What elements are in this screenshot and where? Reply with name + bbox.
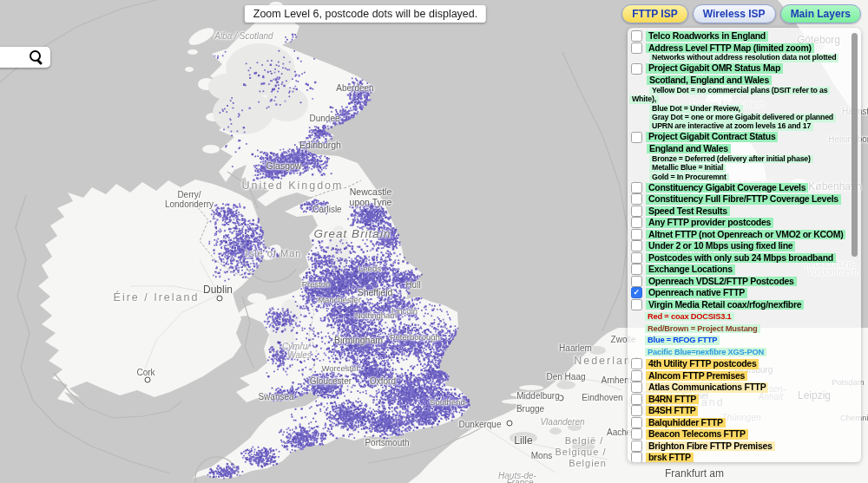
layer-row: Virgin Media Retail coax/rfog/nexfibre (628, 299, 861, 311)
layer-checkbox[interactable] (631, 276, 642, 287)
layer-checkbox[interactable] (631, 193, 642, 205)
legend-note: Pacific Blue=nexfibre XGS-PON (645, 348, 766, 356)
layer-row: Atlas Communications FTTP (628, 382, 861, 394)
layer-checkbox[interactable] (631, 370, 642, 382)
layer-label[interactable]: B4RN FTTP (646, 395, 699, 405)
city-marker (217, 296, 223, 302)
legend-note: Yellow Dot = no commercial plans (DSIT r… (649, 87, 830, 95)
layer-label[interactable]: Beacon Telecoms FTTP (646, 429, 748, 440)
layer-row: Constituency Gigabit Coverage Levels (628, 182, 861, 194)
layer-label[interactable]: Balquhidder FTTP (646, 418, 726, 428)
layer-label[interactable]: Speed Test Results (646, 206, 730, 217)
layer-label-line2[interactable]: England and Wales (647, 144, 731, 154)
search-box[interactable] (0, 47, 50, 68)
zoom-banner: Zoom Level 6, postcode dots will be disp… (245, 5, 486, 23)
legend-note: Red/Brown = Project Mustang (645, 324, 760, 333)
layer-checkbox[interactable] (631, 417, 642, 428)
layer-checkbox[interactable] (631, 229, 642, 240)
legend-note: Bronze = Deferred (delivery after initia… (649, 155, 813, 164)
layer-checkbox[interactable] (631, 206, 642, 217)
layer-label[interactable]: Brighton Fibre FTTP Premises (646, 441, 775, 452)
toolbar-button-wireless-isp[interactable]: Wireless ISP (693, 4, 776, 23)
legend-note: Red = coax DOCSIS3.1 (645, 312, 734, 321)
legend-note-row: Pacific Blue=nexfibre XGS-PON (628, 346, 861, 358)
layer-label[interactable]: B4SH FTTP (646, 406, 698, 416)
layer-label[interactable]: Under 2 or 10 Mbps using fixed line (646, 241, 795, 251)
layer-checkbox[interactable] (631, 30, 642, 42)
layer-label[interactable]: Openreach VDSL2/FTTP Postcodes (646, 277, 797, 287)
layer-checkbox[interactable] (631, 63, 642, 75)
legend-note-row: Blue Dot = Under Review, (628, 104, 861, 113)
layer-checkbox-checked[interactable] (631, 287, 642, 298)
layer-checkbox[interactable] (631, 441, 642, 452)
legend-note: Gray Dot = one or more Gigabit delivered… (649, 114, 836, 122)
toolbar-button-main-layers[interactable]: Main Layers (780, 4, 861, 23)
legend-note-row: Gold = In Procuremnt (628, 173, 861, 181)
layer-label[interactable]: Project Gigabit Contract Status (646, 132, 778, 142)
layer-row: B4RN FTTP (628, 394, 861, 406)
legend-note-row: Blue = RFOG FTTP (628, 335, 861, 347)
layer-row: Any FTTP provider postcodes (628, 217, 861, 229)
toolbar-button-fttp-isp[interactable]: FTTP ISP (621, 4, 687, 23)
layer-label[interactable]: Any FTTP provider postcodes (646, 218, 773, 228)
city-marker (558, 395, 564, 401)
layer-row: Constituency Full Fibre/FTTP Coverage Le… (628, 193, 861, 206)
layer-label[interactable]: Telco Roadworks in England (646, 31, 768, 42)
layer-checkbox[interactable] (631, 132, 642, 143)
layer-checkbox[interactable] (631, 42, 642, 54)
panel-scrollbar[interactable] (852, 33, 858, 257)
layer-group-toolbar: FTTP ISPWireless ISPMain Layers (621, 4, 861, 23)
layer-checkbox[interactable] (631, 217, 642, 228)
legend-note: White), (629, 95, 659, 104)
layer-row: Exchange Locations (628, 264, 861, 276)
layer-checkbox[interactable] (631, 394, 642, 405)
layer-label[interactable]: Constituency Gigabit Coverage Levels (646, 183, 808, 193)
layer-label[interactable]: Constituency Full Fibre/FTTP Coverage Le… (646, 194, 841, 205)
legend-note-row: White), (628, 95, 861, 104)
layer-checkbox[interactable] (631, 452, 642, 462)
legend-note: UPRN are interactive at zoom levels 16 a… (649, 122, 813, 131)
layer-checkbox[interactable] (631, 382, 642, 393)
layer-row: Address Level FTTP Map (limited zoom) (628, 42, 861, 55)
legend-note-row: Metallic Blue = Initial (628, 164, 861, 173)
layer-label[interactable]: Alncom FTTP Premises (646, 371, 747, 382)
layer-checkbox[interactable] (631, 428, 642, 440)
layer-row: brsk FTTP (628, 452, 861, 462)
layer-label[interactable]: Virgin Media Retail coax/rfog/nexfibre (646, 300, 804, 310)
layer-row: Openreach native FTTP (628, 287, 861, 299)
layer-checkbox[interactable] (631, 299, 642, 310)
layer-label[interactable]: Project Gigabit OMR Status Map (646, 63, 783, 74)
layer-label[interactable]: Openreach native FTTP (646, 288, 747, 298)
layer-checkbox[interactable] (631, 240, 642, 251)
layer-row: B4SH FTTP (628, 405, 861, 417)
layer-checkbox[interactable] (631, 264, 642, 275)
legend-note: Networks without address resolution data… (649, 54, 838, 62)
layer-checkbox[interactable] (631, 358, 642, 369)
layer-label[interactable]: Exchange Locations (646, 264, 735, 275)
layer-label[interactable]: 4th Utility FTTP postcodes (646, 359, 759, 369)
layer-row: Alncom FTTP Premises (628, 370, 861, 382)
layer-label[interactable]: Postcodes with only sub 24 Mbps broadban… (646, 253, 836, 264)
layer-row: Project Gigabit Contract Status (628, 131, 861, 143)
layer-label[interactable]: Altnet FTTP (not Openreach or VMO2 or KC… (646, 230, 845, 240)
legend-note-row: Yellow Dot = no commercial plans (DSIT r… (628, 86, 861, 95)
layers-list: Telco Roadworks in EnglandAddress Level … (628, 28, 861, 462)
layer-label[interactable]: Atlas Communications FTTP (646, 382, 768, 393)
legend-note-row: UPRN are interactive at zoom levels 16 a… (628, 122, 861, 131)
layer-checkbox[interactable] (631, 252, 642, 264)
layer-label-line2[interactable]: Scotland, England and Wales (647, 75, 772, 86)
search-icon (30, 50, 41, 62)
city-marker (507, 421, 513, 427)
layer-checkbox[interactable] (631, 182, 642, 193)
layer-label[interactable]: brsk FTTP (646, 453, 694, 462)
layer-row: Project Gigabit OMR Status Map (628, 62, 861, 75)
legend-note: Blue = RFOG FTTP (645, 336, 720, 344)
layer-row: Balquhidder FTTP (628, 417, 861, 429)
layers-panel: Telco Roadworks in EnglandAddress Level … (628, 28, 861, 462)
legend-note-row: Red/Brown = Project Mustang (628, 323, 861, 335)
layer-checkbox[interactable] (631, 405, 642, 416)
map-app: Alba / ScotlandAberdeenDundeeEdinburghGl… (0, 0, 868, 483)
legend-note: Metallic Blue = Initial (649, 164, 726, 173)
layer-row: Openreach VDSL2/FTTP Postcodes (628, 276, 861, 288)
layer-label[interactable]: Address Level FTTP Map (limited zoom) (646, 43, 814, 54)
